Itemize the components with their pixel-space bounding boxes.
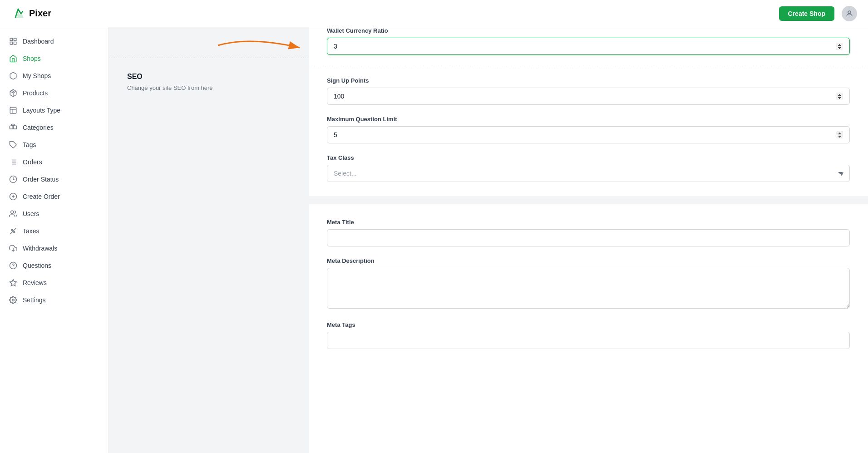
logo: Pixer (11, 6, 51, 21)
sidebar-item-categories[interactable]: Categories (0, 119, 108, 136)
seo-section-description: SEO Change your site SEO from here (109, 58, 309, 111)
sidebar-label-categories: Categories (23, 124, 54, 131)
wallet-currency-ratio-label: Wallet Currency Ratio (327, 27, 850, 34)
taxes-icon (9, 227, 17, 235)
sidebar-item-users[interactable]: Users (0, 205, 108, 222)
meta-tags-label: Meta Tags (327, 321, 850, 328)
svg-rect-9 (14, 126, 17, 129)
svg-rect-7 (10, 107, 16, 113)
withdrawals-icon (9, 244, 17, 252)
maximum-question-limit-label: Maximum Question Limit (327, 116, 850, 123)
create-shop-button[interactable]: Create Shop (779, 6, 834, 21)
orders-icon (9, 158, 17, 166)
svg-point-22 (11, 211, 14, 213)
tag-icon (9, 141, 17, 149)
seo-form-section: Meta Title Meta Description Meta Tags (309, 204, 868, 453)
sidebar-item-tags[interactable]: Tags (0, 136, 108, 153)
sidebar-label-order-status: Order Status (23, 176, 59, 183)
sidebar-item-products[interactable]: Products (0, 84, 108, 102)
svg-line-25 (10, 228, 16, 234)
sign-up-points-label: Sign Up Points (327, 77, 850, 84)
main-layout: Dashboard Shops My Shops Products Layout… (0, 27, 868, 453)
store-icon (9, 54, 17, 63)
user-avatar[interactable] (842, 6, 857, 21)
sidebar-label-taxes: Taxes (23, 227, 39, 235)
sidebar-item-layouts-type[interactable]: Layouts Type (0, 102, 108, 119)
sidebar-label-tags: Tags (23, 141, 36, 148)
tax-class-label: Tax Class (327, 154, 850, 161)
settings-icon (9, 296, 17, 304)
sidebar-label-shops: Shops (23, 55, 41, 62)
reviews-icon (9, 279, 17, 287)
meta-title-label: Meta Title (327, 219, 850, 226)
svg-point-24 (14, 231, 15, 233)
meta-description-field: Meta Description (327, 257, 850, 310)
app-name: Pixer (29, 8, 51, 19)
svg-rect-2 (10, 38, 12, 40)
users-icon (9, 210, 17, 218)
sidebar-item-taxes[interactable]: Taxes (0, 222, 108, 240)
svg-rect-4 (14, 42, 16, 44)
package-icon (9, 89, 17, 97)
svg-rect-8 (10, 126, 13, 129)
maximum-question-limit-input[interactable] (327, 126, 850, 143)
svg-rect-3 (14, 38, 16, 40)
sidebar-label-reviews: Reviews (23, 279, 47, 286)
svg-marker-29 (10, 280, 17, 286)
meta-title-field: Meta Title (327, 219, 850, 246)
sidebar-label-orders: Orders (23, 158, 42, 166)
sign-up-points-field: Sign Up Points (327, 77, 850, 105)
categories-icon (9, 123, 17, 132)
svg-point-1 (848, 11, 851, 14)
sidebar-item-settings[interactable]: Settings (0, 291, 108, 309)
sidebar-item-dashboard[interactable]: Dashboard (0, 33, 108, 50)
grid-icon (9, 37, 17, 45)
sidebar-label-dashboard: Dashboard (23, 38, 54, 45)
svg-rect-10 (11, 124, 15, 126)
meta-tags-input[interactable] (327, 332, 850, 349)
header: Pixer Create Shop (0, 0, 868, 27)
section-gap (309, 197, 868, 204)
wallet-currency-ratio-input[interactable] (327, 38, 850, 55)
meta-title-input[interactable] (327, 229, 850, 246)
sidebar-label-layouts-type: Layouts Type (23, 107, 60, 114)
meta-description-label: Meta Description (327, 257, 850, 264)
sidebar-label-create-order: Create Order (23, 193, 60, 200)
sidebar-item-create-order[interactable]: Create Order (0, 188, 108, 205)
main-content: SEO Change your site SEO from here (109, 27, 868, 453)
sign-up-points-input[interactable] (327, 88, 850, 105)
sidebar-item-withdrawals[interactable]: Withdrawals (0, 240, 108, 257)
sidebar-item-questions[interactable]: Questions (0, 257, 108, 274)
sidebar-label-products: Products (23, 89, 48, 97)
box-icon (9, 72, 17, 80)
sidebar-label-users: Users (23, 210, 39, 217)
seo-title: SEO (127, 73, 291, 81)
svg-rect-5 (10, 42, 12, 44)
order-status-icon (9, 175, 17, 183)
sidebar-item-order-status[interactable]: Order Status (0, 171, 108, 188)
tax-class-field: Tax Class Select... ▾ (327, 154, 850, 182)
header-actions: Create Shop (779, 6, 857, 21)
sidebar-item-shops[interactable]: Shops (0, 50, 108, 67)
sidebar-label-questions: Questions (23, 262, 51, 269)
tax-class-select[interactable]: Select... (327, 165, 850, 182)
create-order-icon (9, 192, 17, 201)
sidebar-item-orders[interactable]: Orders (0, 153, 108, 171)
meta-description-textarea[interactable] (327, 268, 850, 309)
logo-icon (11, 6, 25, 21)
svg-point-23 (11, 229, 13, 231)
sidebar-item-reviews[interactable]: Reviews (0, 274, 108, 291)
svg-point-30 (12, 299, 15, 301)
sidebar-label-withdrawals: Withdrawals (23, 245, 57, 252)
meta-tags-field: Meta Tags (327, 321, 850, 349)
sidebar-label-settings: Settings (23, 296, 46, 304)
maximum-question-limit-field: Maximum Question Limit (327, 116, 850, 143)
wallet-currency-ratio-field: Wallet Currency Ratio (327, 27, 850, 55)
layout-icon (9, 106, 17, 114)
sidebar-label-my-shops: My Shops (23, 72, 51, 79)
sidebar-item-my-shops[interactable]: My Shops (0, 67, 108, 84)
sidebar: Dashboard Shops My Shops Products Layout… (0, 27, 109, 453)
svg-marker-0 (16, 8, 20, 12)
seo-description: Change your site SEO from here (127, 84, 291, 93)
questions-icon (9, 261, 17, 270)
